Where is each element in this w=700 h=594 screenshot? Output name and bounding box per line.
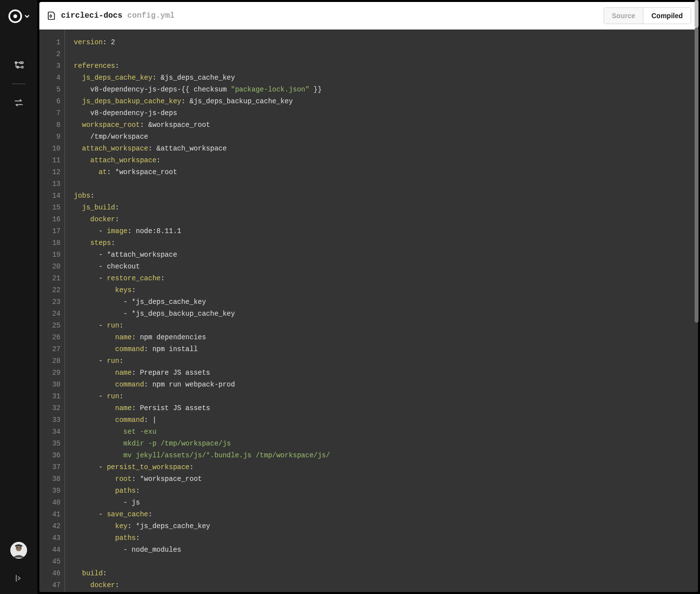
code-line[interactable]: - run: — [74, 320, 698, 331]
code-line[interactable]: command: npm run webpack-prod — [74, 379, 698, 390]
code-line[interactable]: - *js_deps_cache_key — [74, 296, 698, 308]
code-line[interactable]: name: npm dependencies — [74, 331, 698, 343]
code-line[interactable]: paths: — [74, 532, 698, 544]
line-number: 38 — [39, 473, 61, 485]
sidebar-nav-switch[interactable] — [9, 93, 29, 113]
code-line[interactable] — [74, 556, 698, 567]
code-line[interactable]: jobs: — [74, 190, 698, 202]
circleci-logo-icon — [8, 9, 23, 24]
line-number: 10 — [39, 143, 61, 154]
line-number: 17 — [39, 225, 61, 237]
sidebar — [0, 0, 37, 594]
code-line[interactable]: - run: — [74, 355, 698, 367]
code-line[interactable] — [74, 178, 698, 190]
code-line[interactable]: docker: — [74, 213, 698, 225]
tab-source[interactable]: Source — [604, 8, 643, 24]
svg-point-2 — [22, 62, 24, 64]
code-line[interactable]: mkdir -p /tmp/workspace/js — [74, 438, 698, 449]
code-line[interactable]: name: Prepare JS assets — [74, 367, 698, 379]
code-line[interactable]: - *attach_workspace — [74, 249, 698, 261]
line-number: 36 — [39, 449, 61, 461]
tab-compiled[interactable]: Compiled — [643, 8, 691, 24]
code-line[interactable]: - *js_deps_backup_cache_key — [74, 308, 698, 320]
expand-icon — [14, 574, 23, 583]
code-line[interactable]: /tmp/workspace — [74, 131, 698, 143]
file-header: circleci-docs config.yml Source Compiled — [39, 2, 698, 30]
repo-icon — [46, 11, 56, 21]
line-number: 2 — [39, 48, 61, 60]
code-line[interactable]: - run: — [74, 390, 698, 402]
code-line[interactable]: - node_modules — [74, 544, 698, 556]
code-line[interactable]: - js — [74, 497, 698, 508]
code-line[interactable]: - image: node:8.11.1 — [74, 225, 698, 237]
sidebar-divider — [12, 84, 26, 84]
code-line[interactable]: workspace_root: &workspace_root — [74, 119, 698, 131]
code-line[interactable]: build: — [74, 567, 698, 579]
line-number: 25 — [39, 320, 61, 331]
line-number: 37 — [39, 461, 61, 473]
code-line[interactable] — [74, 48, 698, 60]
code-line[interactable]: js_deps_cache_key: &js_deps_cache_key — [74, 72, 698, 84]
line-number: 16 — [39, 213, 61, 225]
line-number: 11 — [39, 154, 61, 166]
sidebar-top — [0, 6, 37, 113]
code-line[interactable]: mv jekyll/assets/js/*.bundle.js /tmp/wor… — [74, 449, 698, 461]
code-line[interactable]: keys: — [74, 284, 698, 296]
code-line[interactable]: command: | — [74, 414, 698, 426]
code-line[interactable]: - checkout — [74, 261, 698, 272]
line-number: 47 — [39, 579, 61, 591]
svg-point-6 — [20, 547, 21, 548]
view-toggle: Source Compiled — [604, 7, 691, 24]
code-line[interactable]: root: *workspace_root — [74, 473, 698, 485]
line-number-gutter: 1234567891011121314151617181920212223242… — [39, 30, 65, 592]
line-number: 6 — [39, 95, 61, 107]
file-name: config.yml — [127, 11, 175, 20]
line-number: 21 — [39, 272, 61, 284]
line-number: 45 — [39, 556, 61, 567]
svg-point-1 — [13, 14, 17, 18]
chevron-down-icon — [24, 13, 30, 19]
code-line[interactable]: version: 2 — [74, 36, 698, 48]
line-number: 9 — [39, 131, 61, 143]
code-line[interactable]: v8-dependency-js-deps-{{ checksum "packa… — [74, 84, 698, 95]
code-line[interactable]: name: Persist JS assets — [74, 402, 698, 414]
line-number: 19 — [39, 249, 61, 261]
line-number: 35 — [39, 438, 61, 449]
code-line[interactable]: attach_workspace: &attach_workspace — [74, 143, 698, 154]
code-line[interactable]: key: *js_deps_cache_key — [74, 520, 698, 532]
code-line[interactable]: js_deps_backup_cache_key: &js_deps_backu… — [74, 95, 698, 107]
line-number: 28 — [39, 355, 61, 367]
header-left: circleci-docs config.yml — [46, 11, 175, 21]
svg-point-5 — [17, 547, 18, 548]
line-number: 30 — [39, 379, 61, 390]
sidebar-expand[interactable] — [9, 568, 29, 588]
code-line[interactable]: steps: — [74, 237, 698, 249]
horizontal-scrollbar[interactable] — [91, 584, 692, 590]
vertical-scrollbar[interactable] — [693, 0, 700, 594]
line-number: 29 — [39, 367, 61, 379]
code-line[interactable]: set -exu — [74, 426, 698, 438]
code-line[interactable]: - persist_to_workspace: — [74, 461, 698, 473]
code-line[interactable]: command: npm install — [74, 343, 698, 355]
line-number: 15 — [39, 202, 61, 213]
line-number: 13 — [39, 178, 61, 190]
code-content[interactable]: version: 2references: js_deps_cache_key:… — [65, 30, 698, 592]
workflows-icon — [13, 59, 24, 70]
code-line[interactable]: v8-dependency-js-deps — [74, 107, 698, 119]
vertical-scrollbar-thumb-header[interactable] — [695, 0, 699, 28]
vertical-scrollbar-thumb-body[interactable] — [695, 28, 699, 323]
code-line[interactable]: references: — [74, 60, 698, 72]
code-line[interactable]: js_build: — [74, 202, 698, 213]
user-avatar[interactable] — [10, 542, 27, 559]
repo-name: circleci-docs — [61, 11, 122, 20]
sidebar-nav-workflows[interactable] — [9, 55, 29, 75]
org-switcher[interactable] — [8, 6, 30, 27]
code-line[interactable]: - restore_cache: — [74, 272, 698, 284]
line-number: 7 — [39, 107, 61, 119]
line-number: 27 — [39, 343, 61, 355]
code-line[interactable]: attach_workspace: — [74, 154, 698, 166]
app-root: circleci-docs config.yml Source Compiled… — [0, 0, 700, 594]
code-line[interactable]: - save_cache: — [74, 508, 698, 520]
code-line[interactable]: at: *workspace_root — [74, 166, 698, 178]
code-line[interactable]: paths: — [74, 485, 698, 497]
